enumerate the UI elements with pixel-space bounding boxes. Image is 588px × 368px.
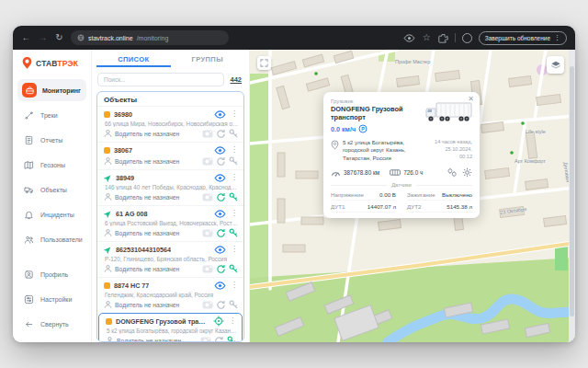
- camera-icon[interactable]: [202, 228, 213, 237]
- object-list-item[interactable]: 38067⋮Водитель не назначен: [97, 142, 243, 169]
- item-menu-icon[interactable]: ⋮: [230, 246, 239, 253]
- sidebar-item-profile[interactable]: Профиль: [17, 263, 86, 285]
- collapse-icon: [22, 317, 35, 330]
- item-menu-icon[interactable]: ⋮: [228, 317, 237, 325]
- browser-menu-icon[interactable]: ⋮: [554, 34, 560, 41]
- key-icon[interactable]: [227, 336, 237, 342]
- sidebar-item-objects[interactable]: Объекты: [17, 178, 86, 201]
- eye-icon[interactable]: [214, 246, 226, 254]
- objects-count[interactable]: 442: [230, 75, 243, 84]
- item-menu-icon[interactable]: ⋮: [230, 174, 239, 181]
- site-info-icon[interactable]: [77, 34, 85, 41]
- sidebar-item-settings[interactable]: Настройки: [17, 288, 86, 310]
- window-scrollbar[interactable]: [569, 50, 575, 342]
- locate-target-icon[interactable]: [213, 316, 224, 327]
- object-address: Геленджик, Краснодарский край, Россия: [105, 292, 239, 298]
- settings-icon: [22, 293, 35, 305]
- forward-icon[interactable]: →: [38, 33, 48, 42]
- sensor-value: 14407.07 л: [368, 203, 396, 210]
- odometer-icon: [331, 168, 341, 177]
- key-icon[interactable]: [229, 156, 239, 167]
- status-parked-icon: [104, 147, 110, 154]
- gear-icon[interactable]: [462, 167, 472, 178]
- camera-icon[interactable]: [202, 192, 213, 201]
- sidebar-item-reports[interactable]: Отчеты: [17, 129, 86, 151]
- key-icon[interactable]: [229, 264, 239, 274]
- item-menu-icon[interactable]: ⋮: [230, 210, 239, 217]
- object-name: 38067: [114, 146, 132, 155]
- sidebar-item-collapse[interactable]: Свернуть: [17, 313, 86, 335]
- layers-icon: [550, 60, 561, 71]
- sidebar: СТАВТРЭК МониторингТрекиОтчетыГеозоныОбъ…: [13, 50, 92, 342]
- sidebar-item-incidents[interactable]: Инциденты: [17, 203, 86, 225]
- sensor-value: 5145.38 л: [447, 203, 472, 210]
- profile-avatar[interactable]: [462, 33, 472, 43]
- camera-icon[interactable]: [202, 129, 213, 138]
- eye-icon[interactable]: [214, 210, 226, 218]
- map-collapse-control[interactable]: [257, 56, 271, 70]
- object-list-item[interactable]: 38949⋮146 улица 40 лет Победы, Краснодар…: [97, 169, 243, 205]
- key-icon[interactable]: [229, 129, 239, 139]
- objects-list: 36980⋮66 улица Мира, Новосибирск, Новоси…: [97, 106, 243, 341]
- vehicle-popup: ✕ Грузовик DONGFENG Грузовой транспорт 0…: [323, 92, 480, 218]
- key-icon[interactable]: [229, 192, 239, 202]
- tab-list[interactable]: СПИСОК: [96, 53, 171, 67]
- driver-icon: [104, 300, 112, 309]
- connection-icon[interactable]: [216, 264, 226, 274]
- eye-icon[interactable]: [214, 146, 226, 155]
- sidebar-item-geozones[interactable]: Геозоны: [17, 154, 86, 176]
- map[interactable]: Профи МастерLife styleАрт Комфорт23 Октя…: [250, 50, 575, 342]
- sidebar-item-tracks[interactable]: Треки: [17, 104, 86, 126]
- object-list-item[interactable]: 36980⋮66 улица Мира, Новосибирск, Новоси…: [97, 106, 243, 142]
- camera-icon[interactable]: [200, 336, 211, 341]
- sensors-config-icon[interactable]: [447, 167, 458, 178]
- driver-icon: [104, 228, 112, 237]
- connection-icon[interactable]: [216, 129, 226, 139]
- truck-image: [424, 101, 472, 130]
- object-list-item[interactable]: DONGFENG Грузовой транспорт⋮5 к2 улица Б…: [98, 313, 243, 341]
- connection-icon[interactable]: [216, 192, 226, 202]
- eye-icon[interactable]: [214, 174, 226, 182]
- reload-icon[interactable]: ↻: [54, 33, 64, 42]
- address-bar[interactable]: stavtrack.online/monitoring: [71, 30, 229, 45]
- driver-icon: [104, 129, 112, 138]
- sidebar-item-label: Объекты: [40, 187, 67, 193]
- sidebar-item-users[interactable]: Пользователи: [17, 228, 86, 250]
- connection-icon[interactable]: [216, 228, 226, 238]
- object-list-item[interactable]: 61 AG 008⋮6 улица Ростовский Выезд, Ново…: [97, 205, 243, 241]
- eye-icon[interactable]: [214, 110, 226, 119]
- password-eye-icon[interactable]: [403, 34, 415, 42]
- connection-icon[interactable]: [214, 336, 224, 342]
- map-layers-control[interactable]: [547, 56, 564, 74]
- location-pin-icon: [331, 140, 339, 150]
- item-menu-icon[interactable]: ⋮: [230, 146, 239, 154]
- connection-icon[interactable]: [216, 300, 226, 310]
- key-icon[interactable]: [229, 300, 239, 310]
- sidebar-item-monitoring[interactable]: Мониторинг: [17, 79, 86, 101]
- tracks-icon: [22, 109, 35, 121]
- last-update-time: 14 часов назад, 25.10.2024, 00:12: [432, 139, 472, 162]
- eye-icon[interactable]: [214, 282, 226, 290]
- item-menu-icon[interactable]: ⋮: [230, 110, 239, 118]
- bookmark-star-icon[interactable]: ☆: [422, 33, 432, 42]
- camera-icon[interactable]: [202, 300, 213, 309]
- camera-icon[interactable]: [202, 156, 213, 166]
- sidebar-item-label: Треки: [40, 112, 58, 119]
- finish-update-button[interactable]: Завершить обновление ⋮: [479, 31, 567, 45]
- scrollbar-thumb[interactable]: [570, 66, 574, 316]
- tab-groups[interactable]: ГРУППЫ: [171, 53, 245, 67]
- object-list-item[interactable]: 862531044310564⋮Р-120, Глинищево, Брянск…: [97, 241, 243, 277]
- item-menu-icon[interactable]: ⋮: [230, 282, 239, 289]
- object-list-item[interactable]: 8874 НС 77⋮Геленджик, Краснодарский край…: [97, 277, 243, 313]
- sensor-value: 0.00 В: [379, 191, 396, 198]
- extensions-icon[interactable]: [438, 33, 448, 43]
- vehicle-title: DONGFENG Грузовой транспорт: [331, 105, 423, 121]
- search-input[interactable]: [97, 73, 224, 86]
- sensor-row: ДУТ25145.38 л: [407, 203, 472, 213]
- app-logo[interactable]: СТАВТРЭК: [17, 56, 86, 79]
- key-icon[interactable]: [229, 228, 239, 238]
- back-icon[interactable]: ←: [21, 33, 31, 42]
- camera-icon[interactable]: [202, 264, 213, 273]
- connection-icon[interactable]: [216, 156, 226, 167]
- status-moving-icon: [104, 246, 112, 254]
